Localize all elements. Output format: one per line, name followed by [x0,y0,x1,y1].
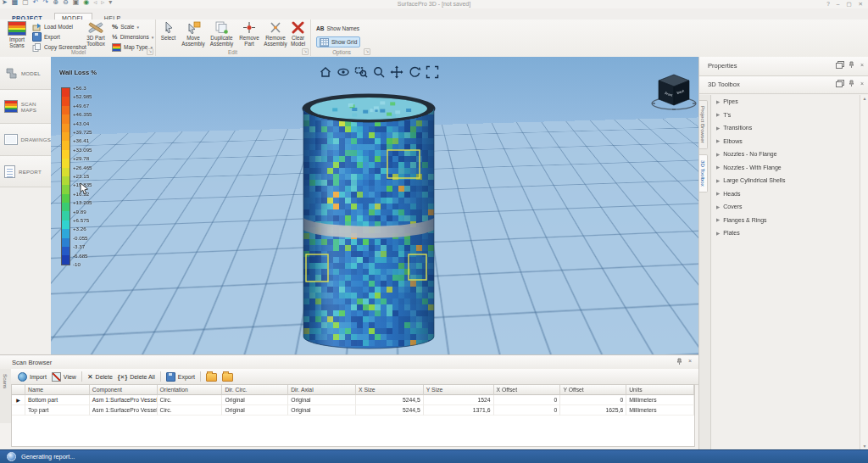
undo-icon[interactable]: ↶ [33,0,39,7]
zoom-in-icon[interactable]: ⊕ [53,0,58,7]
view-button[interactable]: View [52,372,76,382]
expander-icon[interactable]: ▶ [716,191,720,196]
toolbox-item-transitions[interactable]: ▶Transitions [711,121,860,135]
help-button[interactable]: ? [826,0,830,8]
toolbox-item-plates[interactable]: ▶Plates [711,226,860,240]
toolbox-item-nozzles-with-flange[interactable]: ▶Nozzles - With Flange [711,161,860,175]
scan-table[interactable]: NameComponentOrientationDir. Circ.Dir. A… [11,384,695,447]
zoom-window-icon[interactable]: .f{fill:#16304c;stroke:none} [354,65,368,79]
clear-model-button[interactable]: Clear Model [287,21,309,47]
column-header-orientation[interactable]: Orientation [158,385,223,395]
column-header-units[interactable]: Units [626,385,694,395]
delete-button[interactable]: ✕Delete [87,373,113,381]
folder-move-icon[interactable] [222,373,233,382]
expander-icon[interactable]: ▶ [716,138,720,143]
expander-icon[interactable]: ▶ [716,152,720,157]
toolbox-item-heads[interactable]: ▶Heads [711,187,860,201]
pin-icon[interactable] [849,61,854,69]
save-icon[interactable]: ▦ [12,0,19,7]
expander-icon[interactable]: ▶ [716,165,720,170]
show-grid-toggle[interactable]: Show Grid [316,36,360,47]
column-header-dir-axial[interactable]: Dir. Axial [288,385,356,395]
zoom-out-icon[interactable]: ⊖ [63,0,69,7]
toolbox-item-large-cylindrical-shells[interactable]: ▶Large Cylindrical Shells [711,174,860,187]
minimize-button[interactable]: – [837,0,840,8]
toolbox-item-nozzles-no-flange[interactable]: ▶Nozzles - No Flange [711,148,860,161]
zoom-icon[interactable]: .f{fill:#16304c;stroke:none} [372,65,386,79]
export-button[interactable]: Export [166,372,195,382]
export-button[interactable]: Export [32,32,60,42]
column-header-y-offset[interactable]: Y Offset [560,385,626,395]
close-button[interactable]: ✕ [859,0,863,8]
vessel-model[interactable] [297,89,441,352]
model-group-launcher[interactable]: ↘ [147,48,153,55]
expander-icon[interactable]: ▶ [716,204,720,209]
toolbox-item-flanges-rings[interactable]: ▶Flanges & Rings [711,214,860,227]
import-scans-button[interactable]: Import Scans [5,21,29,48]
home-icon[interactable]: .f{fill:#16304c;stroke:none} [319,65,332,79]
view-orientation-icon[interactable]: .f{fill:#16304c;stroke:none} [337,65,350,79]
column-header-x-offset[interactable]: X Offset [494,385,561,395]
column-header-x-size[interactable]: X Size [356,385,424,395]
expander-icon[interactable]: ▶ [716,126,720,131]
expander-icon[interactable]: ▶ [716,231,720,236]
screenshot-icon[interactable]: ▣ [73,0,80,7]
column-header-dir-circ[interactable]: Dir. Circ. [222,385,288,395]
expander-icon[interactable]: ▶ [716,178,720,183]
delete-all-button[interactable]: {✕}Delete All [118,373,155,381]
maximize-button[interactable]: ▢ [846,0,851,8]
dock-tab-project-browser[interactable]: Project Browser [699,100,708,149]
column-header-name[interactable]: Name [25,385,90,395]
forward-icon[interactable]: ▹ [101,0,104,7]
redo-icon[interactable]: ↷ [43,0,49,7]
import-button[interactable]: Import [18,372,47,382]
pointer-icon[interactable]: ➤ [2,0,8,7]
sidebar-item-report[interactable]: REPORT [0,156,51,187]
column-header-y-size[interactable]: Y Size [424,385,494,395]
folder-copy-icon[interactable] [206,373,217,382]
pan-icon[interactable]: .f{fill:#16304c;stroke:none} [390,65,403,79]
pin-icon[interactable] [676,358,682,365]
scroll-up-icon[interactable]: ▲ [860,96,868,101]
show-names-toggle[interactable]: AB Show Names [316,24,359,33]
toolbox-item-elbows[interactable]: ▶Elbows [711,135,860,148]
fit-screen-icon[interactable]: .f{fill:#16304c;stroke:none} [426,65,439,79]
options-group-launcher[interactable]: ↘ [364,48,370,55]
toolbox-item-covers[interactable]: ▶Covers [711,200,860,214]
float-window-icon[interactable] [836,81,843,87]
duplicate-assembly-button[interactable]: Duplicate Assembly [208,21,236,47]
move-assembly-button[interactable]: Move Assembly [181,21,206,47]
close-panel-icon[interactable]: × [688,358,692,365]
rotate-icon[interactable]: .f{fill:#16304c;stroke:none} [408,65,421,79]
table-row[interactable]: Top partAsm 1:SurfacePro Vessel A(1)Circ… [12,405,694,416]
world-icon[interactable]: ◉ [83,0,89,7]
pin-icon[interactable] [849,80,854,87]
table-row[interactable]: ▶Bottom partAsm 1:SurfacePro Vessel A(1)… [12,395,694,405]
remove-assembly-button[interactable]: Remove Assembly [263,21,288,47]
sidebar-item-model[interactable]: MODEL [0,57,51,90]
scans-side-tab[interactable]: Scans [0,369,12,423]
sidebar-item-scan-maps[interactable]: SCAN MAPS [0,90,51,124]
close-panel-icon[interactable]: × [860,81,864,86]
navigation-cube[interactable]: Front Back [649,72,698,113]
column-header-component[interactable]: Component [90,385,158,395]
viewport-3d[interactable]: .f{fill:#16304c;stroke:none}.f{fill:#163… [51,57,699,354]
part-toolbox-button[interactable]: 3D Part Toolbox [83,21,108,47]
select-button[interactable]: Select [158,21,179,41]
expander-icon[interactable]: ▶ [716,217,720,222]
dimensions-dropdown[interactable]: ½ Dimensions▾ [112,32,153,42]
close-panel-icon[interactable]: × [860,62,864,68]
back-icon[interactable]: ◃ [93,0,97,7]
scale-dropdown[interactable]: % Scale▾ [112,22,139,31]
dock-tab-3d-toolbox[interactable]: 3D Toolbox [699,154,708,192]
scroll-down-icon[interactable]: ▼ [860,443,868,449]
dock-scrollbar[interactable]: ▲ ▼ [860,95,868,449]
remove-part-button[interactable]: Remove Part [237,21,261,47]
expander-icon[interactable]: ▶ [716,112,720,117]
load-model-button[interactable]: Load Model [32,22,73,31]
float-window-icon[interactable] [836,63,843,69]
toolbox-item-pipes[interactable]: ▶Pipes [711,95,860,109]
new-model-icon[interactable]: ▢ [22,0,29,7]
sidebar-item-drawings[interactable]: DRAWINGS [0,124,51,156]
toolbox-item-t-s[interactable]: ▶T's [711,109,860,122]
